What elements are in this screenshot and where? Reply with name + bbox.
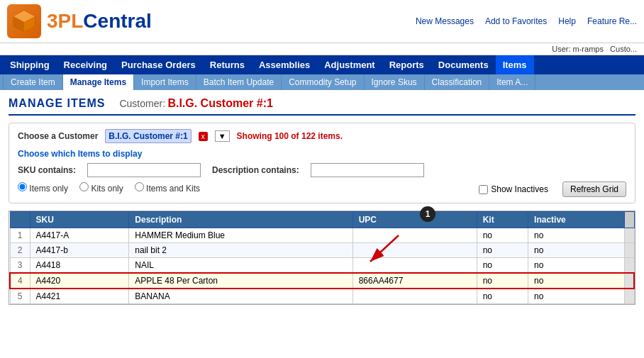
nav-receiving[interactable]: Receiving xyxy=(57,55,114,74)
table-wrapper: SKU Description UPC Kit Inactive 1 A4417… xyxy=(9,211,635,305)
table-row[interactable]: 3 A4418 NAIL no no xyxy=(10,258,634,274)
subnav-ignore-skus[interactable]: Ignore Skus xyxy=(365,74,425,90)
annotation-circle: 1 xyxy=(420,206,435,222)
items-table: SKU Description UPC Kit Inactive 1 A4417… xyxy=(9,211,635,304)
radio-kits[interactable] xyxy=(79,182,89,191)
row-upc xyxy=(352,289,477,304)
logo-central: Central xyxy=(83,10,151,32)
col-kit: Kit xyxy=(477,212,528,228)
customer-name-display: B.I.G. Customer #:1 xyxy=(167,97,272,109)
custom-text: Custo... xyxy=(610,45,637,53)
table-row[interactable]: 2 A4417-b nail bit 2 no no xyxy=(10,243,634,258)
table-row[interactable]: 1 A4417-A HAMMER Medium Blue no no xyxy=(10,228,634,243)
table-header-row: SKU Description UPC Kit Inactive xyxy=(10,212,634,228)
logo-text: 3PLCentral xyxy=(47,10,152,33)
showing-text: Showing 100 of 122 items. xyxy=(237,131,343,141)
subnav-commodity-setup[interactable]: Commodity Setup xyxy=(282,74,364,90)
radio-kits-text: Kits only xyxy=(91,184,123,194)
subnav-classification[interactable]: Classification xyxy=(425,74,490,90)
logo-box xyxy=(7,4,41,38)
row-upc xyxy=(352,243,477,258)
show-inactives-checkbox[interactable] xyxy=(479,185,488,194)
col-num xyxy=(10,212,30,228)
table-container: 1 SKU Description UPC Kit xyxy=(9,211,635,305)
scrollbar-cell xyxy=(624,243,634,258)
nav-purchase-orders[interactable]: Purchase Orders xyxy=(114,55,203,74)
row-inactive: no xyxy=(528,289,624,304)
table-row[interactable]: 4 A4420 APPLE 48 Per Carton 866AA4677 no… xyxy=(10,273,634,289)
feature-re-link[interactable]: Feature Re... xyxy=(587,16,637,26)
subnav-item-a[interactable]: Item A... xyxy=(489,74,535,90)
logo-3pl: 3PL xyxy=(47,10,83,32)
row-num: 1 xyxy=(10,228,30,243)
row-upc: 866AA4677 xyxy=(352,273,477,289)
row-upc xyxy=(352,228,477,243)
nav-documents[interactable]: Documents xyxy=(431,55,496,74)
nav-reports[interactable]: Reports xyxy=(382,55,431,74)
customer-clear-button[interactable]: x xyxy=(199,132,208,141)
sku-label: SKU contains: xyxy=(18,165,76,175)
nav-shipping[interactable]: Shipping xyxy=(3,55,57,74)
row-kit: no xyxy=(477,289,528,304)
radio-items-label[interactable]: Items only xyxy=(18,182,68,194)
refresh-grid-button[interactable]: Refresh Grid xyxy=(562,181,626,197)
row-sku: A4420 xyxy=(30,273,129,289)
main-nav: Shipping Receiving Purchase Orders Retur… xyxy=(0,55,644,74)
row-kit: no xyxy=(477,243,528,258)
desc-label: Description contains: xyxy=(212,165,299,175)
nav-adjustment[interactable]: Adjustment xyxy=(317,55,382,74)
top-nav-right: New Messages Add to Favorites Help Featu… xyxy=(416,16,637,26)
user-bar: User: m-ramps Custo... xyxy=(0,43,644,55)
page-title: Manage Items xyxy=(9,97,105,110)
row-inactive: no xyxy=(528,258,624,274)
radio-kits-label[interactable]: Kits only xyxy=(79,182,123,194)
row-description: NAIL xyxy=(129,258,352,274)
row-num: 3 xyxy=(10,258,30,274)
row-kit: no xyxy=(477,273,528,289)
subnav-batch-item-update[interactable]: Batch Item Update xyxy=(196,74,282,90)
radio-items[interactable] xyxy=(18,182,27,191)
nav-assemblies[interactable]: Assemblies xyxy=(252,55,317,74)
desc-input[interactable] xyxy=(311,163,424,177)
radio-both-text: Items and Kits xyxy=(146,184,200,194)
show-inactives-label[interactable]: Show Inactives xyxy=(479,184,548,194)
radio-both-label[interactable]: Items and Kits xyxy=(135,182,200,194)
nav-items[interactable]: Items xyxy=(496,55,534,74)
col-inactive: Inactive xyxy=(528,212,624,228)
subnav-manage-items[interactable]: Manage Items xyxy=(63,74,134,90)
filter-row-sku-desc: SKU contains: Description contains: xyxy=(18,163,626,177)
choose-customer-label: Choose a Customer xyxy=(18,131,98,141)
radio-row: Items only Kits only Items and Kits xyxy=(18,182,200,194)
radio-items-text: Items only xyxy=(29,184,68,194)
row-inactive: no xyxy=(528,228,624,243)
table-body: 1 A4417-A HAMMER Medium Blue no no 2 A44… xyxy=(10,228,634,304)
choose-customer-row: Choose a Customer B.I.G. Customer #:1 x … xyxy=(18,129,626,143)
show-inactives-text: Show Inactives xyxy=(491,184,548,194)
row-description: nail bit 2 xyxy=(129,243,352,258)
row-inactive: no xyxy=(528,273,624,289)
row-kit: no xyxy=(477,258,528,274)
row-sku: A4417-A xyxy=(30,228,129,243)
help-link[interactable]: Help xyxy=(558,16,576,26)
row-description: HAMMER Medium Blue xyxy=(129,228,352,243)
col-upc: UPC xyxy=(352,212,477,228)
user-label: User: xyxy=(552,45,570,53)
col-description: Description xyxy=(129,212,352,228)
customer-dropdown-button[interactable]: ▼ xyxy=(215,130,230,142)
table-row[interactable]: 5 A4421 BANANA no no xyxy=(10,289,634,304)
subnav-import-items[interactable]: Import Items xyxy=(134,74,196,90)
row-kit: no xyxy=(477,228,528,243)
sku-input[interactable] xyxy=(87,163,201,177)
subnav-create-item[interactable]: Create Item xyxy=(3,74,63,90)
row-num: 2 xyxy=(10,243,30,258)
page-title-row: Manage Items Customer: B.I.G. Customer #… xyxy=(9,97,635,116)
choose-items-section: Choose which Items to display xyxy=(18,149,626,159)
add-to-favorites-link[interactable]: Add to Favorites xyxy=(485,16,547,26)
logo-icon xyxy=(12,9,36,33)
scrollbar-cell xyxy=(624,273,634,289)
radio-both[interactable] xyxy=(135,182,144,191)
new-messages-link[interactable]: New Messages xyxy=(416,16,474,26)
row-upc xyxy=(352,258,477,274)
customer-select-value[interactable]: B.I.G. Customer #:1 xyxy=(105,129,191,143)
nav-returns[interactable]: Returns xyxy=(203,55,252,74)
